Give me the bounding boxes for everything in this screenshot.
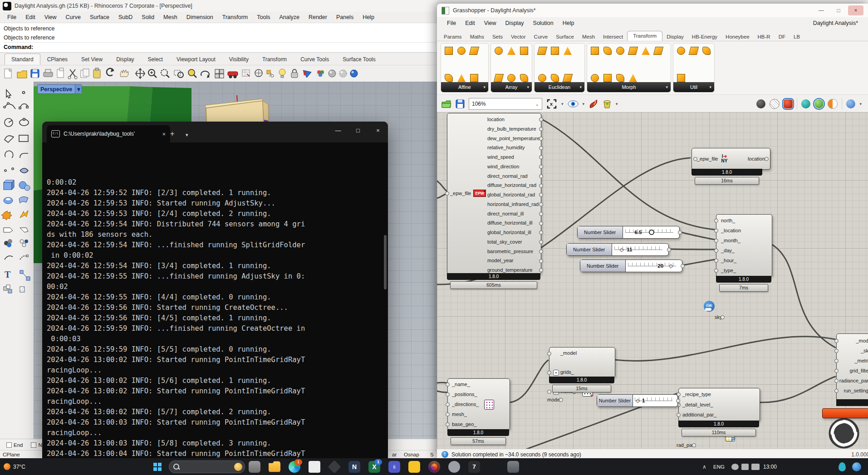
minimize-button[interactable]: —	[328, 122, 348, 140]
taskbar-app-seven[interactable]: 7	[468, 461, 480, 473]
number-slider-day[interactable]: Number Slider ◇ 11	[566, 243, 669, 256]
component-output[interactable]: global_horizontal_rad	[487, 190, 541, 200]
weather-temperature[interactable]: 37°C	[13, 464, 25, 470]
ribbon-icon[interactable]	[456, 46, 466, 56]
paint-wire-icon[interactable]	[588, 99, 598, 109]
zoom-level-select[interactable]: 106%⌄	[469, 98, 542, 110]
terminal-window[interactable]: C:\ C:\Users\prakr\ladybug_tools' × + ▾ …	[42, 122, 388, 458]
component-input[interactable]: _directions_	[448, 399, 510, 409]
taskbar-app-firefox[interactable]	[428, 461, 440, 473]
rhino-toolbar-tab[interactable]: CPlanes	[40, 54, 74, 65]
component-input[interactable]: radiance_par	[837, 376, 868, 386]
gh-component-tab[interactable]: Honeybee	[721, 32, 753, 41]
component-input[interactable]: _epw_file	[696, 156, 718, 162]
ribbon-icon[interactable]	[676, 73, 686, 83]
ribbon-icon[interactable]	[641, 46, 651, 56]
zoom-extents-icon[interactable]: x	[546, 98, 557, 109]
component-output[interactable]: barometric_pressure	[487, 247, 541, 256]
component-output[interactable]: dew_point_temperature	[487, 134, 541, 143]
recipe-component-clipped[interactable]: _mod_sk_metrigrid_filteradiance_parrun_s…	[836, 333, 868, 400]
rhino-menu-item[interactable]: Surface	[85, 14, 114, 20]
component-output[interactable]: model_year	[487, 256, 541, 265]
dropdown-icon[interactable]: ▾	[583, 102, 585, 106]
component-input[interactable]: additional_par_	[679, 410, 760, 420]
component-input[interactable]: _sk	[837, 346, 868, 356]
ribbon-icon[interactable]	[456, 73, 466, 83]
gh-component-tab[interactable]: Params	[440, 32, 466, 41]
component-input[interactable]: _type_	[716, 265, 772, 275]
rhino-toolbar-tab[interactable]: Visibility	[222, 54, 255, 65]
gh-menu-item[interactable]: Solution	[529, 20, 558, 26]
number-slider-month[interactable]: Number Slider 6.5	[577, 226, 680, 239]
gh-component-tab[interactable]: Maths	[466, 32, 488, 41]
ribbon-icon[interactable]	[603, 73, 613, 83]
taskbar-app-excel[interactable]: X1	[368, 461, 380, 473]
taskbar-app-obsidian[interactable]	[328, 460, 341, 473]
close-button[interactable]: ×	[368, 122, 388, 140]
component-input[interactable]: _positions_	[448, 389, 510, 399]
component-output[interactable]: location	[748, 156, 766, 162]
weather-icon[interactable]	[4, 463, 10, 470]
rhino-toolbar-tab[interactable]: Transform	[255, 54, 294, 65]
rhino-menu-item[interactable]: Curve	[61, 14, 85, 20]
terminal-tab[interactable]: C:\ C:\Users\prakr\ladybug_tools' ×	[47, 125, 170, 142]
search-box[interactable]	[169, 460, 245, 473]
battery-icon[interactable]	[751, 464, 760, 470]
ribbon-icon[interactable]	[590, 73, 600, 83]
rhino-tool-sidebar[interactable]: T	[0, 82, 34, 439]
ribbon-icon[interactable]	[506, 46, 516, 56]
component-output[interactable]: model	[547, 397, 561, 402]
component-output[interactable]: global_horizontal_ill	[487, 228, 541, 237]
display-teal-icon[interactable]	[801, 99, 810, 108]
component-input[interactable]: _name_	[448, 379, 510, 389]
ribbon-icon[interactable]	[563, 73, 573, 83]
ribbon-group-label[interactable]: Affine▾	[441, 82, 488, 92]
new-tab-button[interactable]: +	[170, 130, 174, 138]
gh-menu-item[interactable]: View	[480, 20, 501, 26]
tray-expand-icon[interactable]: ∧	[702, 464, 706, 470]
osnap-checkbox-near[interactable]: N	[31, 442, 42, 448]
expand-toggle-icon[interactable]: ▾	[553, 370, 559, 376]
rhino-toolbar-tab[interactable]: Viewport Layout	[170, 54, 222, 65]
component-output[interactable]: direct_normal_ill	[487, 209, 541, 219]
hb-model-component[interactable]: _model ▾grids_ ▾views_ model 1.8.0 15ms	[549, 347, 614, 377]
checkbox-icon[interactable]	[31, 442, 36, 448]
start-button[interactable]	[153, 463, 162, 471]
component-input[interactable]: _location	[716, 225, 772, 235]
maximize-button[interactable]: □	[831, 5, 846, 15]
tab-dropdown-icon[interactable]: ▾	[186, 132, 188, 138]
rhino-toolbar-tab[interactable]: Display	[109, 54, 141, 65]
component-output[interactable]: diffuse_horizontal_rad	[487, 181, 541, 190]
ribbon-icon[interactable]	[590, 46, 600, 56]
rad-par-component[interactable]: _recipe_type_detail_level_additional_par…	[678, 388, 759, 421]
dropdown-icon[interactable]: ▾	[859, 102, 862, 106]
display-green-icon[interactable]	[814, 99, 824, 108]
rhino-menu-item[interactable]: View	[40, 14, 61, 20]
component-input[interactable]: mesh_	[448, 409, 510, 419]
rhino-menu-item[interactable]: Edit	[21, 14, 40, 20]
ribbon-icon[interactable]	[537, 46, 547, 56]
rhino-menu-item[interactable]: File	[3, 14, 21, 20]
ribbon-icon[interactable]	[444, 73, 454, 83]
checkbox-icon[interactable]	[6, 442, 12, 448]
gh-component-tab[interactable]: LB	[790, 32, 804, 41]
gh-component-tab[interactable]: HB-R	[754, 32, 775, 41]
rhino-menu-item[interactable]: Mesh	[159, 14, 182, 20]
volume-icon[interactable]	[741, 464, 749, 470]
ribbon-icon[interactable]	[563, 46, 573, 56]
component-output[interactable]: direct_normal_rad	[487, 171, 541, 181]
maximize-button[interactable]: □	[348, 122, 368, 140]
cplane-button[interactable]: CPlane	[3, 452, 20, 457]
component-input[interactable]: _mod	[837, 336, 868, 346]
slider-handle[interactable]: ◇	[636, 397, 640, 404]
component-input[interactable]: _metri	[837, 356, 868, 366]
component-input[interactable]: ▾grids_	[549, 367, 615, 377]
tray-app-blue-icon[interactable]	[852, 462, 861, 471]
preview-shaded-icon[interactable]	[784, 99, 793, 108]
rhino-menu-item[interactable]: Render	[304, 14, 332, 20]
minimize-button[interactable]: —	[814, 5, 829, 15]
ribbon-icon[interactable]	[519, 73, 529, 83]
taskbar-app-explorer[interactable]	[269, 461, 280, 473]
command-prompt[interactable]: Command:	[4, 42, 437, 52]
network-icon[interactable]	[731, 464, 739, 470]
